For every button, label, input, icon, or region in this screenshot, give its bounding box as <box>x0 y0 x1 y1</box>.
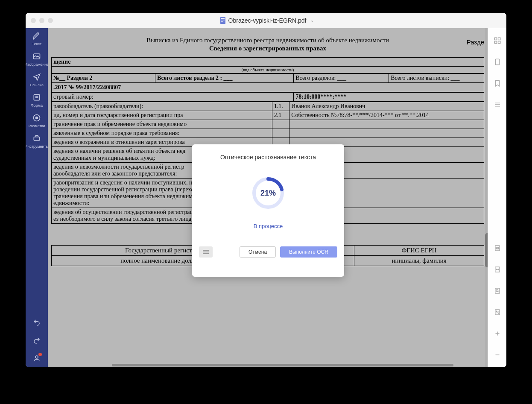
data-cell <box>289 129 484 138</box>
document-icon <box>220 17 226 24</box>
tool-label: Текст <box>32 42 42 46</box>
object-type-note: (вид объекта недвижимости) <box>52 67 484 73</box>
data-cell <box>289 120 484 129</box>
sheet-c2: Всего листов раздела 2 : ___ <box>155 74 294 83</box>
svg-text:1:1: 1:1 <box>495 247 499 249</box>
tool-label: Форма <box>31 103 43 108</box>
svg-line-25 <box>497 291 498 292</box>
zoom-out-icon[interactable] <box>494 351 501 359</box>
svg-rect-15 <box>498 41 500 44</box>
titlebar: Obrazec-vypiski-iz-EGRN.pdf ⌄ <box>26 13 506 28</box>
run-ocr-button[interactable]: Выполните OCR <box>280 246 337 258</box>
sheet-c1: №__ Раздела 2 <box>52 74 155 83</box>
ocr-modal: Оптическое распознавание текста 21% В пр… <box>192 144 344 277</box>
tool-form[interactable]: Форма <box>26 90 48 110</box>
tool-link[interactable]: Ссылка <box>26 69 48 90</box>
progress-percent: 21% <box>260 189 276 198</box>
doc-subtitle: Сведения о зарегистрированных правах <box>51 45 484 52</box>
fit-page-icon[interactable]: 1:1 <box>494 244 501 252</box>
svg-rect-23 <box>495 288 500 293</box>
cad-value: 78:10:000****:**** <box>294 93 484 102</box>
row-header: щение <box>52 58 484 67</box>
tool-label: Разметки <box>29 124 45 128</box>
data-cell: 2.1 <box>272 111 289 120</box>
data-cell <box>272 129 289 138</box>
svg-rect-3 <box>221 21 223 22</box>
window-title: Obrazec-vypiski-iz-EGRN.pdf <box>228 17 307 24</box>
svg-rect-0 <box>220 17 225 24</box>
tool-markup[interactable]: Разметки <box>26 110 48 131</box>
data-cell: 1.1. <box>272 102 289 111</box>
data-cell: Иванов Александр Иванович <box>289 102 484 111</box>
svg-rect-14 <box>494 41 497 44</box>
modal-title: Оптическое распознавание текста <box>220 154 316 161</box>
data-cell: равообладатель (правообладатели): <box>52 102 272 111</box>
list-icon[interactable] <box>494 101 501 108</box>
modal-footer: Отмена Выполните OCR <box>199 246 337 258</box>
sig-r1c3: ФГИС ЕГРН <box>354 246 484 256</box>
cad-label: стровый номер: <box>52 93 294 102</box>
tool-image[interactable]: Изображение <box>26 49 48 69</box>
close-window-icon[interactable] <box>31 18 36 23</box>
bookmark-icon[interactable] <box>494 79 501 87</box>
data-cell <box>272 120 289 129</box>
thumbnails-icon[interactable] <box>494 37 501 44</box>
redo-button[interactable] <box>26 331 48 349</box>
user-account[interactable] <box>26 349 48 367</box>
sheet-c3: Всего разделов: ___ <box>294 74 389 83</box>
notification-dot-icon <box>38 353 42 356</box>
traffic-lights[interactable] <box>31 18 53 23</box>
doc-title: Выписка из Единого государственного реес… <box>51 37 484 44</box>
tool-tools[interactable]: Инструменты <box>26 131 48 151</box>
svg-rect-16 <box>495 59 499 65</box>
doc-table: щение (вид объекта недвижимости) <box>51 57 484 73</box>
svg-rect-2 <box>221 20 225 20</box>
data-cell: аявленные в судебном порядке права требо… <box>52 129 272 138</box>
date-row: .2017 № 99/2017/22408807 <box>51 83 484 92</box>
data-cell: ид, номер и дата государственной регистр… <box>52 111 272 120</box>
cad-row: стровый номер: 78:10:000****:**** <box>51 92 484 102</box>
page-icon[interactable] <box>494 58 501 66</box>
svg-point-29 <box>498 313 499 314</box>
maximize-window-icon[interactable] <box>48 18 53 23</box>
progress-status: В процессе <box>254 223 283 229</box>
svg-rect-12 <box>494 38 497 40</box>
tool-label: Изображение <box>26 62 49 67</box>
percent-icon[interactable] <box>494 308 501 316</box>
svg-rect-10 <box>34 137 39 141</box>
data-cell: Собственность №78:78-**/***/2014-*** от … <box>289 111 484 120</box>
app-window: Obrazec-vypiski-iz-EGRN.pdf ⌄ Текст Изоб… <box>26 13 506 367</box>
minimize-window-icon[interactable] <box>39 18 44 23</box>
sidebar-right: 1:1 <box>488 28 506 367</box>
menu-icon[interactable] <box>199 246 213 258</box>
data-cell: граничение прав и обременение объекта не… <box>52 120 272 129</box>
svg-point-11 <box>35 356 38 358</box>
window-title-area[interactable]: Obrazec-vypiski-iz-EGRN.pdf ⌄ <box>58 17 476 24</box>
date-value: .2017 № 99/2017/22408807 <box>52 83 484 92</box>
tool-text[interactable]: Текст <box>26 28 48 49</box>
undo-button[interactable] <box>26 313 48 331</box>
sidebar-left: Текст Изображение Ссылка Форма Разметки … <box>26 28 48 367</box>
svg-rect-13 <box>498 38 500 40</box>
horizontal-scrollbar[interactable] <box>112 364 453 366</box>
progress-ring: 21% <box>251 176 285 210</box>
tool-label: Инструменты <box>26 144 49 149</box>
body: Текст Изображение Ссылка Форма Разметки … <box>26 28 506 367</box>
svg-point-28 <box>496 311 497 312</box>
zoom-icon[interactable] <box>494 287 501 295</box>
chevron-down-icon[interactable]: ⌄ <box>310 18 314 23</box>
zoom-in-icon[interactable] <box>494 330 501 337</box>
sig-r2c3: инициалы, фамилия <box>354 256 484 266</box>
sheet-c4: Всего листов выписки: ___ <box>389 74 484 83</box>
svg-rect-1 <box>221 18 225 19</box>
svg-point-9 <box>36 117 38 119</box>
sheet-row: №__ Раздела 2 Всего листов раздела 2 : _… <box>51 73 484 83</box>
tool-label: Ссылка <box>30 83 44 87</box>
fit-width-icon[interactable] <box>494 266 501 273</box>
cancel-button[interactable]: Отмена <box>240 246 276 258</box>
